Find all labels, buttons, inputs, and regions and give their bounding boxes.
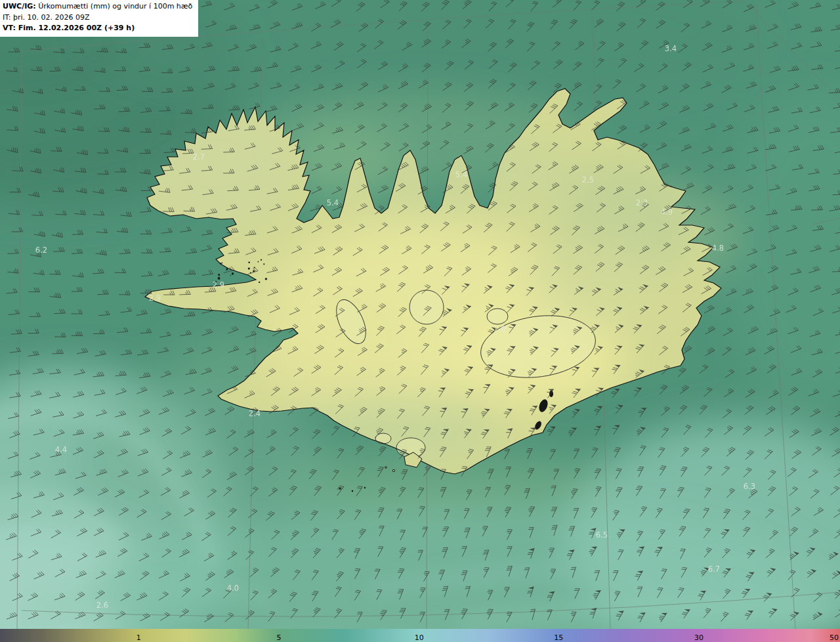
contour-label: 4.9 <box>661 207 673 217</box>
precipitation-colorbar: 1510153050 <box>0 629 840 642</box>
title-line-product: UWC/IG: Úrkomumætti (mm) og vindur í 100… <box>3 1 192 12</box>
colorbar-tick-label: 50 <box>830 634 839 641</box>
islet-dot <box>261 259 262 261</box>
islet-dot <box>226 269 227 270</box>
contour-label: 2.6 <box>96 601 108 610</box>
title-line-init-time: IT: þri. 10. 02. 2026 09Z <box>3 12 192 24</box>
contour-label: 2.5 <box>582 175 594 184</box>
islet-dot <box>218 278 220 280</box>
islet-dot <box>259 282 260 283</box>
islet-dot <box>219 276 220 278</box>
contour-label: 4.8 <box>712 244 724 253</box>
contour-label: 2.3 <box>636 198 648 207</box>
colorbar-tick-label: 30 <box>694 634 704 641</box>
title-box: UWC/IG: Úrkomumætti (mm) og vindur í 100… <box>0 0 198 37</box>
contour-label: 5.4 <box>455 170 467 179</box>
islet-dot <box>248 262 250 264</box>
colorbar-tick-label: 5 <box>276 634 281 641</box>
contour-label: 6.2 <box>35 246 47 255</box>
weather-map-canvas: 3.42.75.45.42.52.34.94.86.22.92.91.02.44… <box>0 0 840 629</box>
islet-dot <box>232 273 234 275</box>
weather-map: 3.42.75.45.42.52.34.94.86.22.92.91.02.44… <box>0 0 840 629</box>
colorbar-tick-label: 1 <box>136 634 141 641</box>
islet-dot <box>258 261 259 263</box>
contour-label: 2.4 <box>249 409 261 418</box>
islet-dot <box>248 268 250 270</box>
islet-dot <box>265 278 267 280</box>
contour-label: 6.3 <box>744 482 755 491</box>
contour-label: 2.9 <box>149 293 161 303</box>
product-label: Úrkomumætti (mm) og vindur í 100m hæð <box>38 2 192 11</box>
contour-label: 6.5 <box>596 530 608 540</box>
contour-label: 5.4 <box>327 198 339 207</box>
model-label: UWC/IG: <box>3 2 36 11</box>
islet-dot <box>222 263 223 264</box>
contour-label: 3.4 <box>665 44 677 53</box>
islet-dot <box>230 275 231 276</box>
contour-label: 4.0 <box>227 584 239 593</box>
contour-label: 2.9 <box>213 280 224 289</box>
colorbar-tick-label: 15 <box>554 634 563 641</box>
contour-label: 4.4 <box>55 445 67 454</box>
colorbar-tick-label: 10 <box>415 634 424 641</box>
contour-label: 2.7 <box>193 152 205 161</box>
islet-dot <box>220 263 221 264</box>
islet-dot <box>263 263 264 265</box>
islet-dot <box>218 274 220 276</box>
title-line-valid-time: VT: Fim. 12.02.2026 00Z (+39 h) <box>3 23 192 34</box>
contour-label: 6.7 <box>708 565 720 574</box>
contour-label: 1.0 <box>494 324 505 333</box>
